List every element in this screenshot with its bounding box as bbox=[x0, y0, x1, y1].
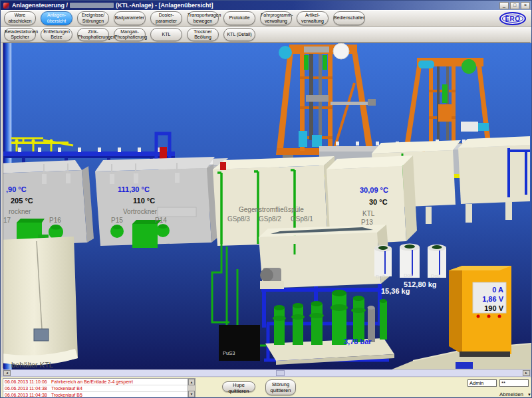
password-field[interactable] bbox=[499, 379, 529, 387]
pus3-label: PuS3 bbox=[223, 350, 235, 356]
titlebar: Anlagensteuerung / (KTL-Anlage) - [Anlag… bbox=[1, 1, 531, 10]
btn-entfettungen-beize[interactable]: Entfettungen Beize bbox=[41, 28, 72, 41]
log-vertical-scrollbar[interactable]: ▲ ▼ bbox=[188, 379, 195, 397]
storage-cylinder[interactable]: behälter KTL bbox=[3, 235, 78, 369]
close-button[interactable]: × bbox=[521, 2, 530, 9]
pus3-box[interactable]: PuS3 bbox=[219, 325, 260, 361]
log-entry-time: 06.06.2013 11:04:38 bbox=[3, 385, 51, 391]
title-redacted-block bbox=[70, 3, 114, 8]
app-window: Anlagensteuerung / (KTL-Anlage) - [Anlag… bbox=[0, 0, 532, 398]
bottom-panel: 06.06.2013 11:10:06 Fahrbereich an Be/En… bbox=[1, 377, 532, 398]
window-title: Anlagensteuerung / (KTL-Anlage) - [Anlag… bbox=[12, 2, 213, 9]
vortrockner-temp-actual: 111,30 °C bbox=[118, 185, 150, 193]
user-field[interactable] bbox=[467, 379, 497, 387]
btn-ereignisse-stoerungen[interactable]: Ereignisse/ Störungen bbox=[77, 11, 109, 25]
trockner-pump-a: 17 bbox=[3, 217, 11, 224]
btn-zink-phosphatierungen[interactable]: Zink- Phosphatierungen bbox=[77, 28, 109, 41]
trockner-pump-b: P16 bbox=[49, 217, 61, 224]
btn-ware-abschicken[interactable]: Ware abschicken bbox=[4, 11, 36, 25]
ktl-label: KTL bbox=[362, 210, 375, 217]
vortrockner-tank[interactable]: 111,30 °C 110 °C Vortrockner P15 P14 bbox=[95, 157, 218, 248]
ktl-temp-target: 30 °C bbox=[369, 198, 388, 206]
btn-trockner-beoelung[interactable]: Trockner Beölung bbox=[187, 28, 219, 41]
log-entry[interactable]: 06.06.2013 11:10:06 Fahrbereich an Be/En… bbox=[3, 379, 188, 385]
gsp-sub3: GSp8/1 bbox=[291, 215, 313, 223]
drum2-label: Do6 bbox=[404, 272, 413, 278]
ero-logo: ERO bbox=[499, 12, 526, 25]
app-icon bbox=[3, 3, 9, 9]
btn-artikel-verwaltung[interactable]: Artikel- verwaltung bbox=[297, 11, 329, 25]
btn-transportwagen-bewegen[interactable]: Transportwagen bewegen bbox=[187, 11, 219, 25]
trockner-temp-target: 205 °C bbox=[11, 197, 33, 205]
drum-weight2: 15,36 kg bbox=[381, 287, 410, 295]
gsp-label: Gegenstromfließspüle bbox=[239, 206, 304, 213]
scroll-up-icon[interactable]: ▲ bbox=[188, 379, 195, 385]
scroll-down-icon[interactable]: ▼ bbox=[188, 391, 195, 397]
scene-svg[interactable]: ,90 °C 205 °C rockner 17 P16 111,30 °C 1… bbox=[3, 43, 531, 369]
toolbar-row2: Beladestationen Speicher Entfettungen Be… bbox=[1, 27, 531, 43]
gsp-sub1: GSp8/3 bbox=[227, 215, 250, 223]
btn-ktl-detail[interactable]: KTL (Detail) bbox=[223, 28, 255, 41]
toolbar-row1: Ware abschicken Anlagen- übersicht Ereig… bbox=[1, 10, 531, 27]
log-entry-message: Trockenlauf B5 bbox=[51, 392, 82, 397]
log-entry-message: Trockenlauf B4 bbox=[51, 385, 82, 391]
ktl-pump: P13 bbox=[361, 219, 373, 226]
btn-badparameter[interactable]: Badparameter bbox=[114, 11, 146, 25]
event-log-rows: 06.06.2013 11:10:06 Fahrbereich an Be/En… bbox=[3, 379, 188, 397]
btn-beladestationen-speicher[interactable]: Beladestationen Speicher bbox=[4, 28, 36, 41]
vortrockner-pump-b: P14 bbox=[155, 217, 167, 224]
logout-label: Abmelden bbox=[499, 391, 523, 397]
vortrockner-pump-a: P15 bbox=[111, 217, 123, 224]
vortrockner-label: Vortrockner bbox=[123, 208, 158, 215]
scrollbar-thumb[interactable] bbox=[276, 370, 285, 376]
btn-mangan-phosphatierung[interactable]: Mangan- Phosphatierung bbox=[114, 28, 146, 41]
window-title-suffix: (KTL-Anlage) - [Anlagenübersicht] bbox=[116, 2, 213, 9]
window-controls: _ □ × bbox=[499, 2, 530, 9]
btn-ktl[interactable]: KTL bbox=[150, 28, 182, 41]
log-entry[interactable]: 06.06.2013 11:04:38 Trockenlauf B4 bbox=[3, 385, 188, 392]
btn-fahrprogramm-verwaltung[interactable]: Fahrprogramm- verwaltung bbox=[260, 11, 292, 25]
storage-label: behälter KTL bbox=[11, 361, 53, 369]
log-entry-message: Fahrbereich an Be/Entlade 2-4 gesperrt bbox=[51, 379, 133, 385]
rectifier-voltage-actual: 1,86 V bbox=[482, 295, 503, 303]
btn-anlagen-uebersicht[interactable]: Anlagen- übersicht bbox=[41, 11, 72, 25]
pump-pressure: 3,78 bar bbox=[344, 338, 372, 346]
horizontal-scrollbar[interactable]: ◄ ► bbox=[3, 369, 531, 377]
hupe-quittieren-button[interactable]: Hupe quittieren bbox=[222, 381, 255, 392]
rectifier-cabinet[interactable]: 0 A 1,86 V 190 V bbox=[449, 266, 511, 357]
scroll-left-icon[interactable]: ◄ bbox=[3, 370, 11, 376]
trockner-temp-actual: ,90 °C bbox=[6, 185, 27, 193]
window-title-prefix: Anlagensteuerung / bbox=[12, 2, 68, 9]
log-entry[interactable]: 06.06.2013 11:04:38 Trockenlauf B5 bbox=[3, 392, 188, 397]
btn-bedienschalter[interactable]: Bedienschalter bbox=[333, 11, 365, 25]
trockner-label: rockner bbox=[9, 208, 31, 215]
stoerung-quittieren-button[interactable]: Störung quittieren bbox=[265, 379, 296, 395]
btn-dosier-parameter[interactable]: Dosier- parameter bbox=[150, 11, 182, 25]
restore-button[interactable]: □ bbox=[510, 2, 519, 9]
vortrockner-temp-target: 110 °C bbox=[133, 197, 155, 205]
btn-protokolle[interactable]: Protokolle bbox=[223, 11, 255, 25]
logout-control[interactable]: Abmelden ▼ bbox=[499, 391, 531, 397]
drum3-label: Do8 bbox=[431, 273, 440, 279]
gsp-sub2: GSp8/2 bbox=[259, 215, 281, 223]
event-log[interactable]: 06.06.2013 11:10:06 Fahrbereich an Be/En… bbox=[3, 378, 196, 398]
plant-3d-view[interactable]: ,90 °C 205 °C rockner 17 P16 111,30 °C 1… bbox=[3, 43, 531, 369]
log-entry-time: 06.06.2013 11:04:38 bbox=[3, 392, 51, 397]
log-entry-time: 06.06.2013 11:10:06 bbox=[3, 379, 51, 385]
logout-dropdown-icon[interactable]: ▼ bbox=[527, 393, 531, 397]
minimize-button[interactable]: _ bbox=[499, 2, 509, 9]
drum1-label: Do7 bbox=[376, 274, 385, 280]
rectifier-current: 0 A bbox=[492, 286, 503, 294]
ktl-temp-actual: 30,09 °C bbox=[360, 186, 388, 194]
dosing-drums[interactable]: Do7 Do6 Do8 512,80 kg 15,36 kg bbox=[374, 244, 446, 296]
scroll-right-icon[interactable]: ► bbox=[523, 370, 530, 376]
rectifier-voltage-target: 190 V bbox=[484, 304, 503, 312]
